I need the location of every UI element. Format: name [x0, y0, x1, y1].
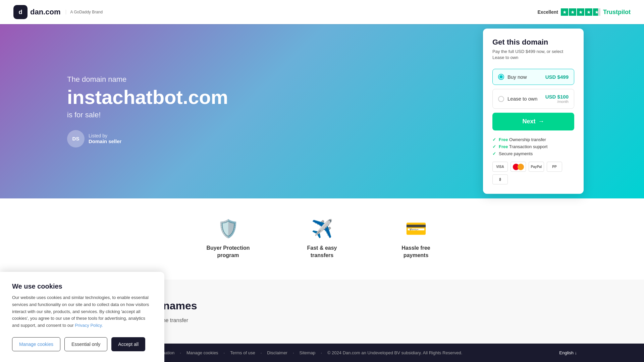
- star-5: ★: [593, 8, 600, 16]
- star-2: ★: [569, 8, 576, 16]
- feature-fast-transfer-title: Fast & easy transfers: [295, 244, 349, 259]
- hero-section: The domain name instachatbot.com is for …: [0, 24, 644, 198]
- star-4: ★: [585, 8, 592, 16]
- shield-icon: 🛡️: [201, 219, 255, 239]
- footer-manage-cookies[interactable]: Manage cookies: [186, 350, 218, 355]
- benefit-3: ✓ Secure payments: [492, 152, 574, 157]
- seller-avatar: DS: [67, 130, 85, 147]
- hero-sale-label: is for sale!: [67, 111, 282, 119]
- benefit-1-free: Free Ownership transfer: [499, 137, 546, 142]
- hero-content: The domain name instachatbot.com is for …: [13, 75, 282, 147]
- godaddy-badge: A GoDaddy Brand: [66, 10, 103, 14]
- benefit-2: ✓ Free Transaction support: [492, 144, 574, 149]
- footer-sitemap[interactable]: Sitemap: [300, 350, 316, 355]
- lease-option-left: Lease to own: [498, 96, 537, 102]
- dan-logo: d dan.com: [13, 5, 60, 19]
- bitcoin-icon: ₿: [492, 175, 508, 185]
- card-subtitle: Pay the full USD $499 now, or select Lea…: [492, 49, 574, 61]
- cookie-text: Our website uses cookies and similar tec…: [12, 294, 152, 329]
- buy-now-option-left: Buy now: [498, 74, 527, 80]
- lease-price: USD $100: [545, 94, 569, 100]
- pp-icon: PP: [547, 162, 562, 172]
- lease-option[interactable]: Lease to own USD $100 /month: [492, 89, 574, 109]
- benefit-2-free: Free Transaction support: [499, 144, 547, 149]
- features-section: 🛡️ Buyer Protection program ✈️ Fast & ea…: [0, 198, 644, 280]
- paypal-icon: PayPal: [529, 162, 544, 172]
- star-3: ★: [577, 8, 584, 16]
- star-1: ★: [561, 8, 568, 16]
- accept-all-button[interactable]: Accept all: [111, 337, 145, 351]
- feature-buyer-protection-title: Buyer Protection program: [201, 244, 255, 259]
- lease-price-container: USD $100 /month: [545, 94, 569, 104]
- arrow-icon: →: [538, 118, 544, 125]
- dan-logo-text: dan.com: [30, 8, 60, 16]
- visa-icon: VISA: [492, 162, 508, 172]
- payment-icons: VISA ⬤⬤ PayPal PP ₿: [492, 162, 574, 185]
- cookie-title: We use cookies: [12, 283, 152, 290]
- next-label: Next: [522, 118, 535, 125]
- lease-radio: [498, 96, 504, 102]
- purchase-card: Get this domain Pay the full USD $499 no…: [483, 28, 584, 194]
- lease-label: Lease to own: [507, 96, 537, 102]
- cookie-buttons: Manage cookies Essential only Accept all: [12, 337, 152, 351]
- footer-copyright: © 2024 Dan.com an Undeveloped BV subsidi…: [327, 350, 462, 355]
- seller-name: Domain seller: [89, 138, 121, 144]
- header: d dan.com A GoDaddy Brand Excellent ★ ★ …: [0, 0, 644, 24]
- dan-logo-icon: d: [13, 5, 28, 19]
- check-icon-3: ✓: [492, 152, 496, 157]
- footer-language[interactable]: English ↓: [559, 350, 577, 355]
- seller-info: Listed by Domain seller: [89, 133, 121, 144]
- payment-icon-feat: 💳: [389, 219, 443, 239]
- feature-hassle-free: 💳 Hassle free payments: [389, 219, 443, 259]
- seller-badge: DS Listed by Domain seller: [67, 130, 282, 147]
- hero-domain: instachatbot.com: [67, 86, 282, 108]
- footer-disclaimer[interactable]: Disclaimer: [267, 350, 287, 355]
- next-button[interactable]: Next →: [492, 113, 574, 131]
- mastercard-icon: ⬤⬤: [511, 162, 526, 172]
- check-icon-1: ✓: [492, 137, 496, 142]
- footer-terms[interactable]: Terms of use: [230, 350, 255, 355]
- feature-fast-transfer: ✈️ Fast & easy transfers: [295, 219, 349, 259]
- card-title: Get this domain: [492, 38, 574, 47]
- header-left: d dan.com A GoDaddy Brand: [13, 5, 103, 19]
- benefit-3-text: Secure payments: [499, 152, 533, 157]
- trustpilot-rating: Excellent: [538, 9, 558, 15]
- benefits-list: ✓ Free Ownership transfer ✓ Free Transac…: [492, 137, 574, 157]
- plane-icon: ✈️: [295, 219, 349, 239]
- benefit-1: ✓ Free Ownership transfer: [492, 137, 574, 142]
- hero-subtitle: The domain name: [67, 75, 282, 84]
- check-icon-2: ✓: [492, 144, 496, 149]
- buy-now-label: Buy now: [507, 74, 527, 80]
- feature-hassle-free-title: Hassle free payments: [389, 244, 443, 259]
- buy-now-radio: [498, 74, 504, 80]
- trustpilot-badge: Excellent ★ ★ ★ ★ ★ Trustpilot: [538, 8, 631, 16]
- trustpilot-stars: ★ ★ ★ ★ ★: [561, 8, 600, 16]
- cookie-privacy-link[interactable]: Privacy Policy.: [75, 323, 103, 328]
- trustpilot-logo: Trustpilot: [603, 9, 631, 16]
- buy-now-price: USD $499: [545, 74, 569, 80]
- cookie-banner: We use cookies Our website uses cookies …: [0, 272, 164, 362]
- feature-buyer-protection: 🛡️ Buyer Protection program: [201, 219, 255, 259]
- buy-now-option[interactable]: Buy now USD $499: [492, 69, 574, 85]
- lease-per: /month: [545, 100, 569, 104]
- manage-cookies-button[interactable]: Manage cookies: [12, 337, 60, 351]
- essential-only-button[interactable]: Essential only: [64, 337, 107, 351]
- seller-listed-label: Listed by: [89, 133, 107, 138]
